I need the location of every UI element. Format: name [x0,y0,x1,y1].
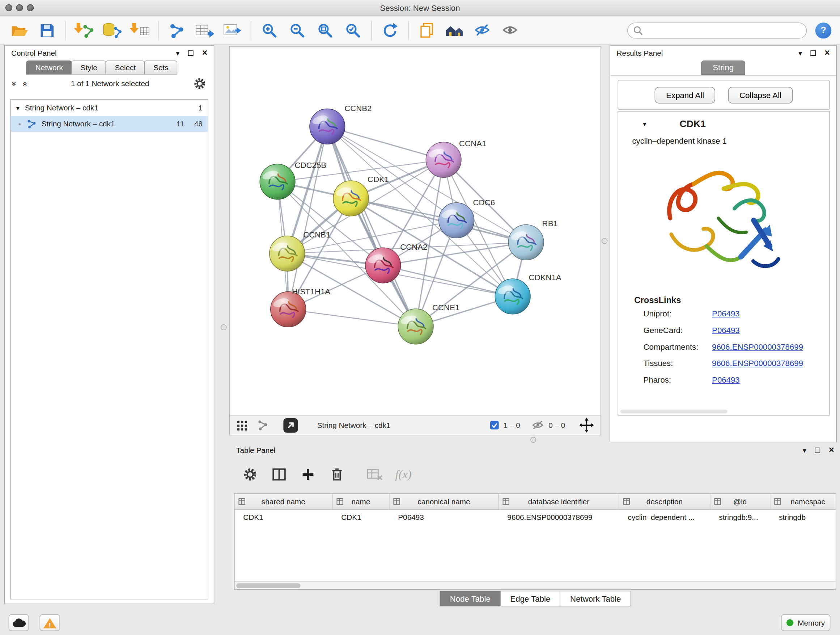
memory-button[interactable]: Memory [781,614,830,631]
network-node-CCNB2[interactable] [309,109,345,144]
cell-id[interactable]: stringdb:9... [711,510,771,526]
show-all-button[interactable] [497,19,524,42]
home-layout-button[interactable] [441,19,469,42]
import-network-file-button[interactable] [70,19,98,42]
help-button[interactable]: ? [815,22,831,38]
network-edge-CCNB2-CCNE1[interactable] [327,126,416,326]
network-item-row[interactable]: ● String Network – cdk1 11 48 [11,116,208,132]
column-header-canonical-name[interactable]: canonical name [390,494,499,509]
close-panel-icon[interactable]: × [202,50,207,56]
maximize-panel-icon[interactable] [811,50,816,56]
tab-network[interactable]: Network [27,60,72,74]
crosslink-pharos[interactable]: P06493 [712,375,740,385]
network-node-CDC25B[interactable] [260,164,295,200]
expand-all-icon[interactable]: » [20,81,29,86]
network-node-CCNA1[interactable] [426,142,461,177]
column-header-namespace[interactable]: namespac [770,494,836,509]
import-table-button[interactable] [126,19,154,42]
tab-style[interactable]: Style [71,60,106,74]
network-node-CCNE1[interactable] [398,309,433,344]
network-node-HIST1H1A[interactable] [271,292,306,327]
new-network-button[interactable] [163,19,191,42]
table-row[interactable]: CDK1 CDK1 P06493 9606.ENSP00000378699 cy… [235,510,836,526]
network-node-CCNB1[interactable] [270,236,305,272]
network-node-CDK1[interactable] [333,181,369,216]
column-header-description[interactable]: description [619,494,711,509]
export-image-button[interactable] [218,19,246,42]
close-panel-icon[interactable]: × [829,448,834,453]
window-close-button[interactable] [5,4,12,11]
vertical-splitter-handle[interactable] [221,325,226,330]
gene-card-scrollbar[interactable] [621,409,728,413]
horizontal-splitter-handle[interactable] [531,437,536,443]
collapse-all-button[interactable]: Collapse All [728,87,793,103]
crosslink-genecard[interactable]: P06493 [712,325,740,334]
cell-canonical-name[interactable]: P06493 [390,510,499,526]
pan-move-icon[interactable] [579,418,594,432]
window-zoom-button[interactable] [27,4,34,11]
zoom-out-button[interactable] [283,19,311,42]
table-settings-button[interactable] [240,464,261,485]
cell-shared-name[interactable]: CDK1 [235,510,333,526]
network-node-RB1[interactable] [508,225,544,260]
scrollbar-thumb[interactable] [236,583,301,588]
cell-name[interactable]: CDK1 [333,510,390,526]
tab-node-table[interactable]: Node Table [440,591,501,606]
expand-all-button[interactable]: Expand All [655,87,715,103]
network-share-small-icon[interactable] [256,419,268,431]
refresh-button[interactable] [376,19,404,42]
float-panel-icon[interactable]: ▾ [176,49,180,57]
import-network-database-button[interactable] [98,19,126,42]
warning-status-button[interactable]: ! [40,614,60,631]
tab-network-table[interactable]: Network Table [560,591,631,606]
tab-select[interactable]: Select [106,60,145,74]
network-edge-HIST1H1A-CCNE1[interactable] [288,309,416,326]
selected-checkbox-icon[interactable] [489,420,500,430]
cell-database-identifier[interactable]: 9606.ENSP00000378699 [499,510,619,526]
network-edge-CCNB2-CCNA1[interactable] [327,126,444,160]
network-node-CDKN1A[interactable] [495,279,531,314]
network-edge-CCNB2-HIST1H1A[interactable] [288,126,327,309]
network-node-CDC6[interactable] [439,203,474,238]
crosslink-compartments[interactable]: 9606.ENSP00000378699 [712,342,803,351]
maximize-panel-icon[interactable] [815,448,820,453]
maximize-panel-icon[interactable] [188,50,194,56]
close-panel-icon[interactable]: × [824,50,830,56]
zoom-fit-button[interactable] [311,19,339,42]
gene-collapse-icon[interactable]: ▾ [643,120,646,128]
tab-sets[interactable]: Sets [144,60,178,74]
cell-description[interactable]: cyclin–dependent ... [619,510,711,526]
float-panel-icon[interactable]: ▾ [803,447,806,454]
float-panel-icon[interactable]: ▾ [798,49,802,57]
table-horizontal-scrollbar[interactable] [235,581,836,589]
crosslink-uniprot[interactable]: P06493 [712,309,740,318]
grid-view-icon[interactable] [236,419,249,432]
network-node-CCNA2[interactable] [365,248,401,283]
column-header-database-identifier[interactable]: database identifier [499,494,619,509]
delete-column-button[interactable] [326,464,347,485]
tree-expand-icon[interactable]: ▾ [16,104,19,112]
network-collection-row[interactable]: ▾ String Network – cdk1 1 [11,100,208,116]
save-session-button[interactable] [33,19,61,42]
toolbar-search[interactable] [627,22,807,38]
zoom-selected-button[interactable] [339,19,367,42]
open-in-window-button[interactable] [283,418,298,432]
crosslink-tissues[interactable]: 9606.ENSP00000378699 [712,359,803,368]
cloud-status-button[interactable] [9,614,29,631]
show-columns-button[interactable] [268,464,290,485]
tab-string[interactable]: String [701,60,745,75]
open-session-button[interactable] [5,19,33,42]
gear-icon[interactable] [194,77,207,90]
cell-namespace[interactable]: stringdb [770,510,836,526]
window-minimize-button[interactable] [16,4,23,11]
tab-edge-table[interactable]: Edge Table [500,591,561,606]
collapse-all-icon[interactable]: » [10,81,19,86]
zoom-in-button[interactable] [256,19,283,42]
column-header-id[interactable]: @id [711,494,771,509]
column-header-shared-name[interactable]: shared name [235,494,333,509]
search-input[interactable] [646,26,801,35]
hidden-eye-slash-icon[interactable] [532,420,545,431]
clone-network-button[interactable] [413,19,441,42]
new-table-button[interactable] [191,19,218,42]
hide-selected-button[interactable] [469,19,497,42]
